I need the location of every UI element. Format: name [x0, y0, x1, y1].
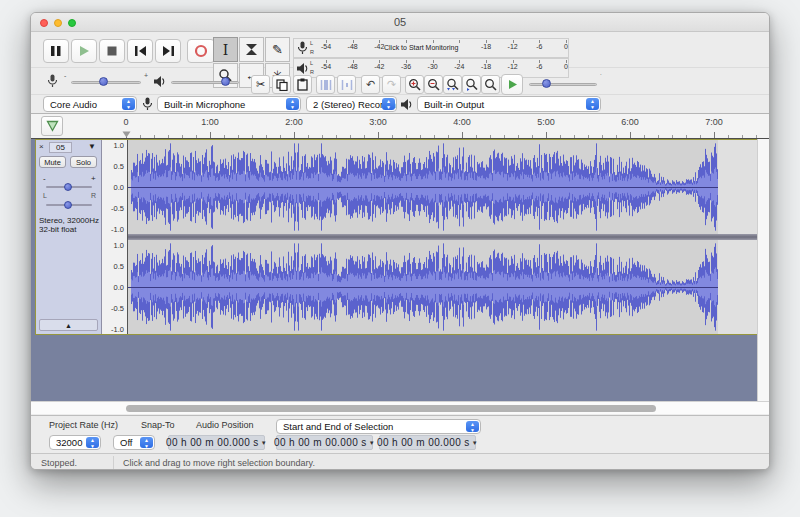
- output-stepper-icon: ▲▼: [586, 98, 599, 110]
- status-divider: [113, 456, 114, 469]
- track-name[interactable]: 05: [49, 142, 72, 153]
- mute-button[interactable]: Mute: [39, 156, 66, 168]
- trim-icon: [320, 79, 332, 91]
- recording-meter[interactable]: LR -54-48-42-18-12-60 Click to Start Mon…: [293, 38, 569, 58]
- rate-stepper-icon: ▲▼: [86, 437, 99, 448]
- input-stepper-icon: ▲▼: [286, 98, 299, 110]
- toolbar-divider: [31, 94, 769, 95]
- meter-lr-labels: LR: [310, 59, 314, 77]
- ibeam-icon: I: [223, 42, 229, 58]
- recording-volume-knob[interactable]: [99, 77, 108, 86]
- waveform-left-channel[interactable]: [128, 140, 761, 234]
- trim-audio-button[interactable]: [316, 75, 335, 94]
- monitoring-overlay[interactable]: Click to Start Monitoring: [384, 44, 458, 51]
- gain-max-label: +: [91, 174, 96, 183]
- recording-device-value: Built-in Microphone: [164, 99, 245, 110]
- paste-button[interactable]: [293, 75, 312, 94]
- pinned-playhead-button[interactable]: [41, 116, 63, 136]
- timeline-ruler[interactable]: 01:002:003:004:005:006:007:00: [31, 114, 769, 139]
- horizontal-scrollbar[interactable]: [31, 401, 770, 414]
- skip-to-start-button[interactable]: [127, 39, 153, 63]
- input-device-icon: [142, 97, 153, 112]
- playback-volume-icon: [153, 75, 166, 88]
- field-caret-icon: ▼: [261, 440, 267, 446]
- stop-button[interactable]: [99, 39, 125, 63]
- audio-host-select[interactable]: Core Audio ▲▼: [43, 96, 137, 112]
- selection-start-field[interactable]: 00 h 00 m 00.000 s▼: [276, 435, 373, 450]
- rec-vol-max-label: +: [144, 72, 148, 79]
- snap-to-value: Off: [120, 437, 133, 448]
- title-bar: 05: [31, 13, 769, 32]
- zoom-in-button[interactable]: [405, 75, 424, 94]
- copy-button[interactable]: [272, 75, 291, 94]
- recording-channels-select[interactable]: 2 (Stereo) Recordin... ▲▼: [306, 96, 397, 112]
- waveform-display[interactable]: [128, 140, 761, 334]
- draw-tool-button[interactable]: ✎: [265, 37, 290, 62]
- audio-position-label: Audio Position: [196, 420, 254, 430]
- selection-tool-button[interactable]: I: [213, 37, 238, 62]
- vertical-scale-ruler[interactable]: 1.00.50.0-0.5-1.01.00.50.0-0.5-1.0: [102, 140, 128, 334]
- selection-mode-value: Start and End of Selection: [283, 421, 393, 432]
- gain-knob[interactable]: [64, 183, 72, 191]
- envelope-tool-button[interactable]: [239, 37, 264, 62]
- redo-icon: ↷: [387, 78, 396, 91]
- project-rate-select[interactable]: 32000 ▲▼: [49, 435, 101, 450]
- recording-volume-icon: [47, 74, 58, 89]
- undo-icon: ↶: [366, 78, 375, 91]
- track-menu-button[interactable]: ▼: [88, 142, 96, 151]
- speed-slider-tick: ˙: [600, 74, 602, 81]
- microphone-icon: [297, 41, 308, 56]
- track-format-info: Stereo, 32000Hz 32-bit float: [39, 216, 99, 234]
- snap-to-select[interactable]: Off ▲▼: [113, 435, 155, 450]
- cut-button[interactable]: ✂: [251, 75, 270, 94]
- close-track-button[interactable]: ×: [39, 142, 44, 151]
- zoom-out-button[interactable]: [424, 75, 443, 94]
- play-button[interactable]: [71, 39, 97, 63]
- speaker-icon: [296, 62, 309, 75]
- field-caret-icon: ▼: [472, 440, 478, 446]
- selection-mode-select[interactable]: Start and End of Selection ▲▼: [276, 419, 481, 434]
- channels-stepper-icon: ▲▼: [382, 98, 395, 110]
- green-pin-triangle-icon: [46, 120, 59, 132]
- fit-project-button[interactable]: [462, 75, 481, 94]
- horizontal-scrollbar-thumb[interactable]: [126, 405, 656, 412]
- zoom-toggle-button[interactable]: [481, 75, 500, 94]
- audio-track: × 05 ▼ Mute Solo - + L R Stereo, 32000Hz…: [35, 139, 757, 335]
- zoom-in-icon: [408, 78, 421, 91]
- track-control-panel: × 05 ▼ Mute Solo - + L R Stereo, 32000Hz…: [36, 140, 102, 334]
- collapse-track-button[interactable]: ▲: [39, 319, 98, 331]
- playback-device-select[interactable]: Built-in Output ▲▼: [417, 96, 601, 112]
- waveform-right-channel[interactable]: [128, 240, 761, 334]
- skip-to-end-button[interactable]: [155, 39, 181, 63]
- transport-state: Stopped.: [41, 458, 77, 468]
- playback-device-value: Built-in Output: [424, 99, 484, 110]
- selection-end-field[interactable]: 00 h 00 m 00.000 s▼: [379, 435, 476, 450]
- zoom-out-icon: [427, 78, 440, 91]
- redo-button[interactable]: ↷: [382, 75, 401, 94]
- undo-button[interactable]: ↶: [361, 75, 380, 94]
- pan-left-label: L: [43, 192, 47, 199]
- silence-audio-button[interactable]: [337, 75, 356, 94]
- play-speed-knob[interactable]: [542, 79, 551, 88]
- pan-knob[interactable]: [64, 201, 72, 209]
- zoom-selection-button[interactable]: [443, 75, 462, 94]
- vertical-scrollbar[interactable]: [757, 139, 770, 401]
- snap-to-label: Snap-To: [141, 420, 175, 430]
- gain-min-label: -: [43, 174, 46, 183]
- project-rate-value: 32000: [56, 437, 82, 448]
- field-caret-icon: ▼: [369, 440, 375, 446]
- play-at-speed-button[interactable]: [501, 74, 523, 95]
- pause-button[interactable]: [43, 39, 69, 63]
- recording-device-select[interactable]: Built-in Microphone ▲▼: [157, 96, 301, 112]
- solo-button[interactable]: Solo: [70, 156, 97, 168]
- selection-toolbar: Project Rate (Hz) Snap-To Audio Position…: [31, 415, 769, 453]
- play-speed-slider[interactable]: [529, 83, 597, 86]
- record-button[interactable]: [187, 39, 215, 63]
- window-title: 05: [31, 16, 769, 28]
- audio-position-field[interactable]: 00 h 00 m 00.000 s▼: [168, 435, 265, 450]
- toolbar-zone: I ✎ ↔ ✳ LR -54-48-42-18-12-60 Click to S…: [31, 32, 769, 114]
- playback-volume-knob[interactable]: [221, 77, 230, 86]
- audio-host-value: Core Audio: [50, 99, 97, 110]
- track-area: × 05 ▼ Mute Solo - + L R Stereo, 32000Hz…: [31, 139, 770, 414]
- envelope-icon: [244, 42, 259, 57]
